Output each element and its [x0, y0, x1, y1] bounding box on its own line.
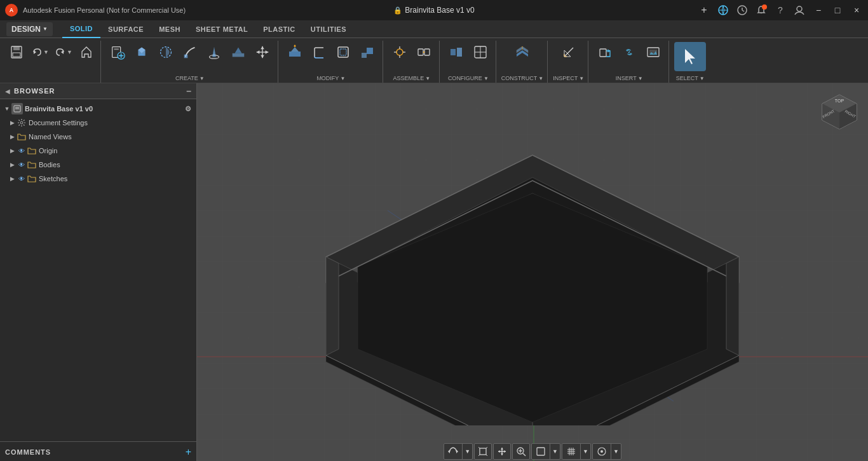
root-label: Brainvita Base v1 v0 [25, 105, 93, 113]
maximize-button[interactable]: □ [829, 1, 846, 19]
svg-marker-9 [34, 50, 36, 54]
loft-button[interactable] [203, 42, 226, 62]
svg-rect-23 [233, 53, 245, 57]
select-group-label: SELECT [676, 75, 698, 81]
insert-derive-button[interactable] [593, 42, 616, 62]
browser-panel: ◀ BROWSER – ▼ Brainvita Base v1 v0 ⚙ ▶ [0, 83, 197, 461]
tab-plastic[interactable]: PLASTIC [255, 20, 303, 38]
bodies-toggle[interactable]: ▶ [8, 160, 17, 169]
root-settings-btn[interactable]: ⚙ [182, 103, 194, 114]
tree-item-doc-settings[interactable]: ▶ Document Settings [0, 116, 196, 130]
save-button[interactable] [5, 42, 28, 62]
document-title: Brainvita Base v1 v0 [405, 6, 474, 15]
grid-dropdown[interactable]: ▼ [562, 443, 591, 460]
named-views-toggle[interactable]: ▶ [8, 132, 17, 141]
pan-button[interactable] [493, 443, 511, 460]
doc-settings-toggle[interactable]: ▶ [8, 118, 17, 127]
fit-button[interactable] [474, 443, 492, 460]
tree-item-bodies[interactable]: ▶ 👁 Bodies [0, 158, 196, 172]
origin-toggle[interactable]: ▶ [8, 146, 17, 155]
move-button[interactable] [251, 42, 274, 62]
ribbon-group-assemble: ASSEMBLE ▼ [384, 41, 440, 83]
svg-marker-30 [265, 50, 268, 54]
viewport[interactable]: TOP RIGHT FRONT ▼ [197, 83, 868, 461]
config-btn-2[interactable] [469, 42, 492, 62]
user-button[interactable] [790, 1, 808, 19]
browser-minimize-button[interactable]: – [186, 86, 191, 96]
svg-point-63 [20, 121, 23, 124]
svg-rect-100 [538, 449, 543, 454]
design-label: DESIGN [11, 25, 41, 34]
configure-dropdown-arrow: ▼ [484, 76, 489, 81]
ribbon-group-undoredo: ▼ ▼ [3, 41, 101, 83]
view-mode-dropdown[interactable]: ▼ [531, 443, 560, 460]
scale-button[interactable] [356, 42, 379, 62]
svg-rect-46 [451, 49, 456, 55]
browser-collapse-arrow[interactable]: ◀ [5, 88, 10, 95]
origin-eye-icon[interactable]: 👁 [17, 146, 27, 156]
tab-surface[interactable]: SURFACE [100, 20, 151, 38]
revolve-button[interactable] [154, 42, 177, 62]
design-dropdown[interactable]: DESIGN ▼ [6, 22, 53, 36]
insert-canvas-button[interactable] [642, 42, 665, 62]
bodies-folder-icon [27, 160, 37, 170]
extrude-button[interactable] [130, 42, 153, 62]
root-toggle[interactable]: ▼ [3, 104, 11, 113]
bodies-eye-icon[interactable]: 👁 [17, 160, 27, 170]
construct-dropdown-arrow: ▼ [538, 76, 543, 81]
online-button[interactable] [714, 1, 732, 19]
new-component-button[interactable] [106, 42, 129, 62]
sweep-button[interactable] [179, 42, 201, 62]
insert-group-label: INSERT [616, 75, 637, 81]
select-button[interactable] [674, 42, 706, 71]
sketches-toggle[interactable]: ▶ [8, 174, 17, 183]
svg-rect-34 [338, 47, 348, 57]
ribbon: DESIGN ▼ SOLID SURFACE MESH SHEET METAL … [0, 20, 868, 83]
sketches-label: Sketches [39, 175, 67, 182]
new-tab-button[interactable]: + [695, 1, 713, 19]
minimize-button[interactable]: − [810, 1, 827, 19]
doc-settings-label: Document Settings [29, 119, 88, 127]
svg-marker-28 [261, 55, 264, 58]
rib-button[interactable] [227, 42, 250, 62]
orbit-dropdown[interactable]: ▼ [444, 443, 473, 460]
svg-rect-43 [418, 49, 423, 55]
tree-item-origin[interactable]: ▶ 👁 Origin [0, 144, 196, 158]
config-btn-1[interactable] [445, 42, 468, 62]
view-cube[interactable]: TOP RIGHT FRONT [817, 90, 862, 134]
sketches-folder-icon [27, 174, 37, 184]
joint-button[interactable] [412, 42, 435, 62]
svg-rect-20 [184, 55, 188, 58]
insert-dropdown-arrow: ▼ [638, 76, 643, 81]
clock-button[interactable] [733, 1, 751, 19]
offset-plane-button[interactable] [511, 42, 534, 62]
zoom-button[interactable] [512, 443, 530, 460]
snap-dropdown[interactable]: ▼ [592, 443, 621, 460]
redo-button[interactable]: ▼ [51, 42, 75, 62]
bodies-label: Bodies [39, 161, 60, 169]
press-pull-button[interactable] [283, 42, 306, 62]
undo-button[interactable]: ▼ [28, 42, 51, 62]
tab-sheet-metal[interactable]: SHEET METAL [188, 20, 255, 38]
home-button[interactable] [75, 42, 98, 62]
browser-header: ◀ BROWSER – [0, 83, 196, 99]
help-button[interactable]: ? [771, 1, 789, 19]
viewport-toolbar: ▼ ▼ ▼ [197, 441, 868, 461]
new-comp-assemble-button[interactable] [388, 42, 411, 62]
tab-mesh[interactable]: MESH [151, 20, 188, 38]
bell-button[interactable] [752, 1, 770, 19]
fillet-button[interactable] [308, 42, 330, 62]
insert-link-button[interactable] [618, 42, 641, 62]
tree-item-root[interactable]: ▼ Brainvita Base v1 v0 ⚙ [0, 102, 196, 116]
measure-button[interactable] [557, 42, 580, 62]
tab-utilities[interactable]: UTILITIES [303, 20, 354, 38]
inspect-dropdown-arrow: ▼ [579, 76, 584, 81]
tree-item-named-views[interactable]: ▶ Named Views [0, 130, 196, 144]
tree-item-sketches[interactable]: ▶ 👁 Sketches [0, 172, 196, 186]
close-button[interactable]: × [848, 1, 865, 19]
svg-text:TOP: TOP [835, 99, 844, 103]
shell-button[interactable] [332, 42, 355, 62]
sketches-eye-icon[interactable]: 👁 [17, 174, 27, 184]
add-comment-button[interactable]: + [186, 446, 191, 458]
tab-solid[interactable]: SOLID [62, 20, 100, 38]
